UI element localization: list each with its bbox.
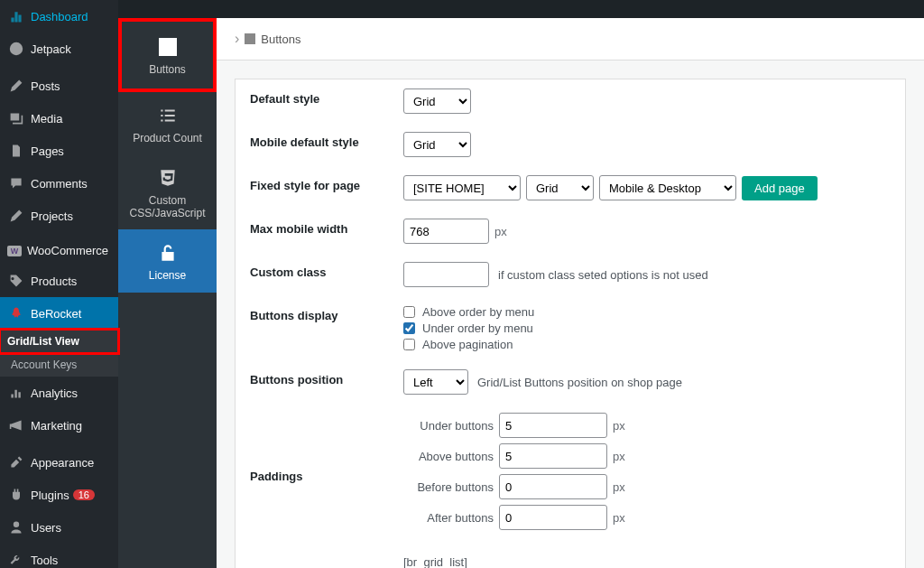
menu-label: Comments — [31, 177, 88, 191]
checkbox-under-order[interactable]: Under order by menu — [403, 321, 533, 335]
label-before-buttons: Before buttons — [403, 480, 494, 494]
menu-appearance[interactable]: Appearance — [0, 446, 118, 479]
dashboard-icon — [7, 7, 25, 25]
tab-custom-css[interactable]: Custom CSS/JavaScript — [118, 155, 217, 229]
settings-panel: Default style Grid Mobile default style … — [235, 79, 906, 568]
label-max-width: Max mobile width — [250, 219, 403, 236]
tools-icon — [7, 551, 25, 568]
menu-jetpack[interactable]: Jetpack — [0, 33, 118, 65]
posts-icon — [7, 77, 25, 95]
unit-px: px — [494, 225, 507, 238]
select-fixed-device[interactable]: Mobile & Desktop — [599, 175, 736, 200]
plugins-count-badge: 16 — [73, 489, 95, 500]
menu-label: Analytics — [31, 386, 78, 400]
tab-label: Buttons — [149, 63, 186, 76]
breadcrumb-title: Buttons — [261, 33, 300, 46]
media-icon — [7, 109, 25, 127]
checkbox-above-order[interactable]: Above order by menu — [403, 305, 534, 319]
wp-admin-sidebar: Dashboard Jetpack Posts Media Pages Comm… — [0, 0, 118, 568]
products-icon — [7, 272, 25, 290]
add-page-button[interactable]: Add page — [742, 176, 818, 200]
marketing-icon — [7, 416, 25, 434]
unit-px: px — [613, 450, 625, 463]
menu-marketing[interactable]: Marketing — [0, 409, 118, 442]
menu-users[interactable]: Users — [0, 511, 118, 544]
menu-plugins[interactable]: Plugins16 — [0, 479, 118, 511]
menu-projects[interactable]: Projects — [0, 200, 118, 232]
menu-label: Users — [31, 521, 61, 535]
label-default-style: Default style — [250, 88, 403, 106]
menu-label: WooCommerce — [27, 244, 108, 257]
input-after-buttons[interactable] — [499, 505, 607, 530]
input-before-buttons[interactable] — [499, 474, 607, 499]
menu-comments[interactable]: Comments — [0, 167, 118, 200]
tab-license[interactable]: License — [118, 229, 217, 293]
menu-label: Media — [31, 112, 62, 126]
input-custom-class[interactable] — [403, 262, 489, 287]
menu-label: Jetpack — [31, 42, 71, 56]
menu-label: Appearance — [31, 456, 94, 470]
woocommerce-icon: W — [7, 246, 22, 256]
menu-pages[interactable]: Pages — [0, 135, 118, 167]
select-fixed-page[interactable]: [SITE HOME] — [403, 175, 521, 200]
label-fixed-style: Fixed style for page — [250, 175, 403, 192]
label-shortcode: Shortcode — [250, 554, 403, 568]
input-above-buttons[interactable] — [499, 443, 607, 469]
hint-custom-class: if custom class seted options is not use… — [498, 268, 708, 282]
buttons-icon — [156, 35, 180, 59]
tab-label: License — [149, 269, 186, 282]
menu-label: Pages — [31, 144, 64, 158]
unlock-icon — [156, 241, 180, 265]
breadcrumb: › Buttons — [217, 18, 924, 61]
select-mobile-style[interactable]: Grid — [403, 132, 471, 157]
label-mobile-style: Mobile default style — [250, 132, 403, 149]
input-max-width[interactable] — [403, 219, 489, 244]
users-icon — [7, 518, 25, 536]
input-under-buttons[interactable] — [499, 413, 607, 438]
submenu-accountkeys[interactable]: Account Keys — [0, 353, 118, 377]
top-dark-bar — [217, 0, 924, 18]
label-custom-class: Custom class — [250, 262, 403, 279]
menu-tools[interactable]: Tools — [0, 544, 118, 568]
label-after-buttons: After buttons — [403, 511, 494, 525]
label-above-buttons: Above buttons — [403, 450, 494, 463]
menu-products[interactable]: Products — [0, 265, 118, 297]
unit-px: px — [613, 480, 625, 494]
breadcrumb-icon — [245, 33, 255, 44]
select-buttons-position[interactable]: Left — [403, 369, 468, 395]
menu-berocket[interactable]: BeRocket — [0, 297, 118, 330]
menu-woocommerce[interactable]: WWooCommerce — [0, 237, 118, 265]
plugin-tabs: Buttons Product Count Custom CSS/JavaScr… — [118, 0, 217, 568]
pages-icon — [7, 142, 25, 160]
menu-label: Plugins — [31, 489, 69, 502]
tab-buttons[interactable]: Buttons — [118, 18, 217, 92]
menu-analytics[interactable]: Analytics — [0, 377, 118, 409]
menu-label: Tools — [31, 554, 58, 567]
shortcode-info: [br_grid_list] title - Title before butt… — [403, 554, 817, 568]
berocket-icon — [7, 304, 25, 322]
menu-label: Projects — [31, 210, 73, 223]
hint-position: Grid/List Buttons position on shop page — [477, 376, 682, 389]
menu-media[interactable]: Media — [0, 102, 118, 135]
submenu-label: Grid/List View — [7, 335, 79, 348]
tab-top-strip — [118, 0, 217, 18]
select-default-style[interactable]: Grid — [403, 88, 471, 114]
analytics-icon — [7, 384, 25, 402]
submenu-gridlist[interactable]: Grid/List View — [0, 330, 118, 353]
menu-posts[interactable]: Posts — [0, 70, 118, 102]
svg-point-0 — [10, 42, 23, 55]
label-buttons-display: Buttons display — [250, 305, 403, 322]
plugins-icon — [7, 486, 25, 504]
appearance-icon — [7, 453, 25, 471]
list-icon — [156, 104, 180, 127]
content-area: › Buttons Default style Grid Mobile defa… — [217, 0, 924, 568]
jetpack-icon — [7, 40, 25, 58]
menu-label: Marketing — [31, 419, 82, 433]
select-fixed-style[interactable]: Grid — [526, 175, 594, 200]
checkbox-above-pagination[interactable]: Above pagination — [403, 338, 513, 351]
tab-product-count[interactable]: Product Count — [118, 92, 217, 155]
menu-dashboard[interactable]: Dashboard — [0, 0, 118, 33]
css-icon — [156, 166, 180, 190]
menu-label: Posts — [31, 79, 60, 93]
submenu-label: Account Keys — [11, 358, 77, 371]
